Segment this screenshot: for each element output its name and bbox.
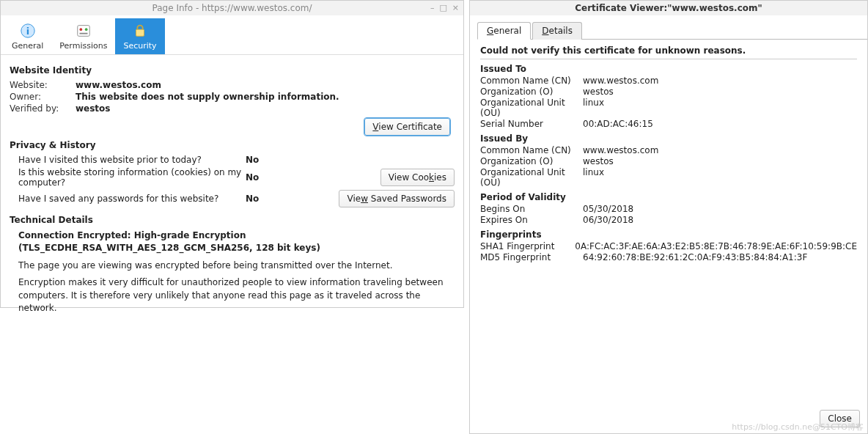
view-cookies-button[interactable]: View Cookies	[380, 169, 455, 186]
window-controls[interactable]: – □ ×	[430, 1, 459, 15]
page-info-titlebar[interactable]: Page Info - https://www.westos.com/ – □ …	[1, 1, 463, 15]
svg-point-3	[79, 28, 82, 31]
security-panel: Website Identity Website:www.westos.com …	[1, 55, 463, 322]
passwords-question: Have I saved any passwords for this webs…	[18, 194, 246, 204]
tab-general-label: General	[12, 41, 43, 51]
svg-point-4	[85, 28, 88, 31]
website-value: www.westos.com	[76, 80, 455, 90]
tab-general[interactable]: i General	[4, 18, 51, 54]
begins-on-value: 05/30/2018	[583, 204, 857, 214]
issued-to-o-label: Organization (O)	[480, 87, 583, 97]
owner-label: Owner:	[10, 92, 76, 102]
verified-by-value: westos	[76, 103, 455, 114]
page-info-title: Page Info - https://www.westos.com/	[152, 3, 312, 13]
begins-on-label: Begins On	[480, 204, 583, 214]
visited-answer: No	[246, 155, 297, 165]
issued-to-heading: Issued To	[480, 64, 857, 74]
cert-warning: Could not verify this certificate for un…	[480, 45, 857, 56]
divider	[480, 59, 857, 59]
issued-by-o-value: westos	[583, 156, 857, 166]
tab-permissions-label: Permissions	[59, 41, 107, 51]
issued-by-ou-label: Organizational Unit (OU)	[480, 167, 583, 188]
encryption-desc1: The page you are viewing was encrypted b…	[18, 260, 455, 272]
svg-rect-7	[136, 29, 144, 36]
cert-general-panel: Could not verify this certificate for un…	[470, 40, 867, 269]
passwords-answer: No	[246, 194, 297, 204]
encryption-desc2: Encryption makes it very difficult for u…	[18, 276, 455, 315]
website-label: Website:	[10, 80, 76, 90]
cert-viewer-title: Certificate Viewer:"www.westos.com"	[575, 3, 762, 13]
technical-details-heading: Technical Details	[10, 215, 455, 225]
page-info-toolbar: i General Permissions Security	[1, 15, 463, 55]
issued-by-cn-label: Common Name (CN)	[480, 145, 583, 155]
website-identity-heading: Website Identity	[10, 65, 455, 76]
permissions-icon	[75, 22, 92, 40]
issued-to-ou-value: linux	[583, 98, 857, 118]
md5-label: MD5 Fingerprint	[480, 252, 583, 262]
sha1-value: 0A:FC:AC:3F:AE:6A:A3:E2:B5:8E:7B:46:78:9…	[575, 241, 857, 251]
serial-number-label: Serial Number	[480, 119, 583, 129]
cookies-answer: No	[246, 172, 297, 183]
cert-tabs: General Details	[477, 21, 867, 40]
md5-value: 64:92:60:78:BE:92:61:2C:0A:F9:43:B5:84:8…	[583, 252, 857, 262]
fingerprints-heading: Fingerprints	[480, 229, 857, 240]
info-icon: i	[19, 22, 37, 40]
lock-icon	[131, 22, 149, 40]
serial-number-value: 00:AD:AC:46:15	[583, 119, 857, 129]
verified-by-label: Verified by:	[10, 103, 76, 114]
privacy-history-heading: Privacy & History	[10, 140, 455, 150]
page-info-window: Page Info - https://www.westos.com/ – □ …	[0, 0, 464, 308]
certificate-viewer-window: Certificate Viewer:"www.westos.com" Gene…	[469, 0, 868, 434]
expires-on-label: Expires On	[480, 215, 583, 225]
visited-question: Have I visited this website prior to tod…	[18, 155, 246, 165]
expires-on-value: 06/30/2018	[583, 215, 857, 225]
sha1-label: SHA1 Fingerprint	[480, 241, 575, 251]
cert-tab-details[interactable]: Details	[532, 22, 582, 40]
issued-by-o-label: Organization (O)	[480, 156, 583, 166]
issued-to-cn-value: www.westos.com	[583, 76, 857, 86]
cert-viewer-titlebar[interactable]: Certificate Viewer:"www.westos.com"	[470, 1, 867, 15]
issued-by-cn-value: www.westos.com	[583, 145, 857, 155]
owner-value: This website does not supply ownership i…	[76, 92, 455, 102]
svg-rect-2	[78, 26, 90, 37]
tab-security[interactable]: Security	[115, 18, 164, 54]
issued-to-ou-label: Organizational Unit (OU)	[480, 98, 583, 118]
cookies-question: Is this website storing information (coo…	[18, 167, 246, 188]
issued-by-ou-value: linux	[583, 167, 857, 188]
tab-security-label: Security	[123, 41, 156, 51]
issued-to-cn-label: Common Name (CN)	[480, 76, 583, 86]
watermark: https://blog.csdn.ne@51CTO博客	[732, 422, 864, 433]
issued-by-heading: Issued By	[480, 133, 857, 144]
svg-text:i: i	[26, 26, 29, 37]
view-certificate-button[interactable]: VView Certificateiew Certificate	[364, 118, 450, 136]
validity-heading: Period of Validity	[480, 192, 857, 202]
tab-permissions[interactable]: Permissions	[51, 18, 115, 54]
svg-rect-5	[79, 33, 87, 34]
encryption-line: Connection Encrypted: High-grade Encrypt…	[18, 229, 455, 255]
cert-tab-general[interactable]: General	[477, 22, 531, 40]
view-saved-passwords-button[interactable]: View Saved Passwords	[339, 190, 455, 207]
issued-to-o-value: westos	[583, 87, 857, 97]
